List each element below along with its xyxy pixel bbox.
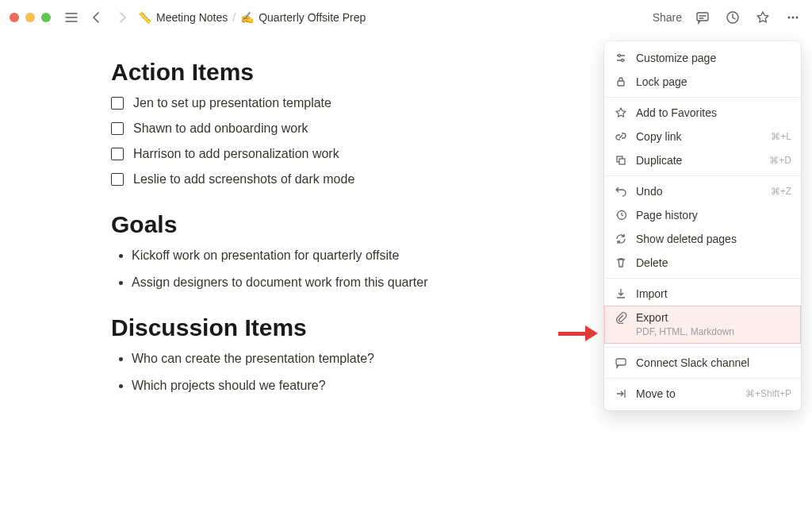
action-items-list: Jen to set up presentation template Shaw… — [111, 94, 539, 189]
menu-item-connect-slack[interactable]: Connect Slack channel — [604, 351, 801, 375]
menu-item-duplicate[interactable]: Duplicate ⌘+D — [604, 148, 801, 172]
svg-rect-0 — [697, 13, 708, 21]
comments-icon[interactable] — [693, 8, 712, 27]
bullet-item[interactable]: Which projects should we feature? — [132, 376, 539, 395]
menu-divider — [604, 378, 801, 379]
menu-shortcut: ⌘+Z — [771, 186, 791, 197]
annotation-arrow — [558, 325, 598, 341]
heading-discussion[interactable]: Discussion Items — [111, 314, 539, 341]
checklist-item[interactable]: Jen to set up presentation template — [111, 94, 539, 113]
bullet-item[interactable]: Kickoff work on presentation for quarter… — [132, 246, 539, 265]
star-icon — [614, 106, 628, 120]
breadcrumb: 📏 Meeting Notes / ✍️ Quarterly Offsite P… — [138, 11, 646, 24]
paperclip-icon — [614, 310, 628, 325]
menu-shortcut: ⌘+L — [771, 131, 791, 142]
window-close-button[interactable] — [10, 13, 19, 22]
nav-back-button[interactable] — [87, 8, 106, 27]
link-icon — [614, 129, 628, 144]
menu-label: Lock page — [636, 75, 791, 88]
checkbox-icon[interactable] — [111, 148, 124, 160]
menu-sublabel: PDF, HTML, Markdown — [636, 326, 734, 337]
bullet-item[interactable]: Who can create the presentation template… — [132, 349, 539, 368]
breadcrumb-parent-label: Meeting Notes — [156, 11, 228, 24]
checkbox-icon[interactable] — [111, 122, 124, 135]
window-minimize-button[interactable] — [25, 13, 35, 22]
svg-rect-11 — [616, 359, 626, 365]
checklist-item[interactable]: Leslie to add screenshots of dark mode — [111, 170, 539, 189]
bullet-item[interactable]: Assign designers to document work from t… — [132, 273, 539, 292]
checkbox-icon[interactable] — [111, 97, 124, 110]
chat-icon — [614, 356, 628, 370]
menu-label: Undo — [636, 185, 763, 198]
breadcrumb-current[interactable]: ✍️ Quarterly Offsite Prep — [240, 11, 366, 24]
refresh-icon — [614, 232, 628, 246]
topbar: 📏 Meeting Notes / ✍️ Quarterly Offsite P… — [0, 0, 812, 35]
checklist-text: Leslie to add screenshots of dark mode — [133, 170, 354, 189]
menu-item-undo[interactable]: Undo ⌘+Z — [604, 179, 801, 203]
nav-forward-button[interactable] — [113, 8, 132, 27]
share-button[interactable]: Share — [653, 11, 682, 24]
discussion-list: Who can create the presentation template… — [111, 349, 539, 395]
menu-label: Add to Favorites — [636, 106, 791, 119]
menu-item-move-to[interactable]: Move to ⌘+Shift+P — [604, 382, 801, 406]
menu-label: Page history — [636, 209, 791, 221]
menu-divider — [604, 97, 801, 98]
menu-item-lock-page[interactable]: Lock page — [604, 70, 801, 94]
menu-item-import[interactable]: Import — [604, 282, 801, 306]
menu-item-page-history[interactable]: Page history — [604, 203, 801, 227]
menu-item-customize-page[interactable]: Customize page — [604, 46, 801, 70]
menu-divider — [604, 347, 801, 348]
menu-divider — [604, 278, 801, 279]
hamburger-menu-icon[interactable] — [62, 8, 81, 27]
menu-shortcut: ⌘+Shift+P — [745, 388, 791, 399]
lock-icon — [614, 75, 628, 89]
trash-icon — [614, 256, 628, 270]
heading-action-items[interactable]: Action Items — [111, 59, 539, 86]
checklist-item[interactable]: Harrison to add personalization work — [111, 144, 539, 164]
favorite-star-icon[interactable] — [753, 8, 772, 27]
checklist-item[interactable]: Shawn to add onboarding work — [111, 119, 539, 138]
breadcrumb-parent[interactable]: 📏 Meeting Notes — [138, 11, 228, 24]
menu-item-show-deleted[interactable]: Show deleted pages — [604, 227, 801, 251]
checklist-text: Jen to set up presentation template — [133, 94, 331, 113]
svg-point-2 — [788, 17, 791, 19]
checklist-text: Harrison to add personalization work — [133, 144, 339, 164]
import-icon — [614, 287, 628, 301]
menu-label: Duplicate — [636, 154, 761, 167]
window-maximize-button[interactable] — [41, 13, 51, 22]
svg-point-5 — [619, 55, 621, 57]
undo-icon — [614, 184, 628, 198]
breadcrumb-current-icon: ✍️ — [240, 11, 254, 24]
topbar-actions: Share — [653, 8, 802, 27]
menu-label: Import — [636, 287, 791, 300]
page-content: Action Items Jen to set up presentation … — [0, 35, 539, 395]
svg-rect-9 — [619, 159, 625, 164]
svg-point-6 — [622, 60, 624, 62]
menu-label: Delete — [636, 256, 791, 269]
goals-list: Kickoff work on presentation for quarter… — [111, 246, 539, 292]
menu-divider — [604, 175, 801, 176]
updates-clock-icon[interactable] — [723, 8, 742, 27]
breadcrumb-current-label: Quarterly Offsite Prep — [259, 11, 366, 24]
menu-label: Show deleted pages — [636, 233, 791, 245]
breadcrumb-parent-icon: 📏 — [138, 11, 151, 24]
menu-item-delete[interactable]: Delete — [604, 251, 801, 275]
menu-label: Copy link — [636, 130, 763, 143]
breadcrumb-separator: / — [232, 11, 236, 24]
menu-label: Export — [636, 311, 791, 324]
menu-label: Move to — [636, 387, 737, 400]
menu-shortcut: ⌘+D — [769, 155, 791, 166]
checklist-text: Shawn to add onboarding work — [133, 119, 308, 138]
menu-item-copy-link[interactable]: Copy link ⌘+L — [604, 125, 801, 148]
menu-label: Customize page — [636, 52, 791, 64]
traffic-lights — [10, 13, 51, 22]
duplicate-icon — [614, 153, 628, 167]
svg-rect-7 — [618, 81, 624, 86]
checkbox-icon[interactable] — [111, 173, 124, 186]
svg-point-3 — [792, 17, 795, 19]
menu-label: Connect Slack channel — [636, 356, 791, 369]
more-options-icon[interactable] — [783, 8, 802, 27]
menu-item-favorites[interactable]: Add to Favorites — [604, 101, 801, 125]
menu-item-export[interactable]: Export PDF, HTML, Markdown — [604, 306, 801, 344]
heading-goals[interactable]: Goals — [111, 211, 539, 238]
